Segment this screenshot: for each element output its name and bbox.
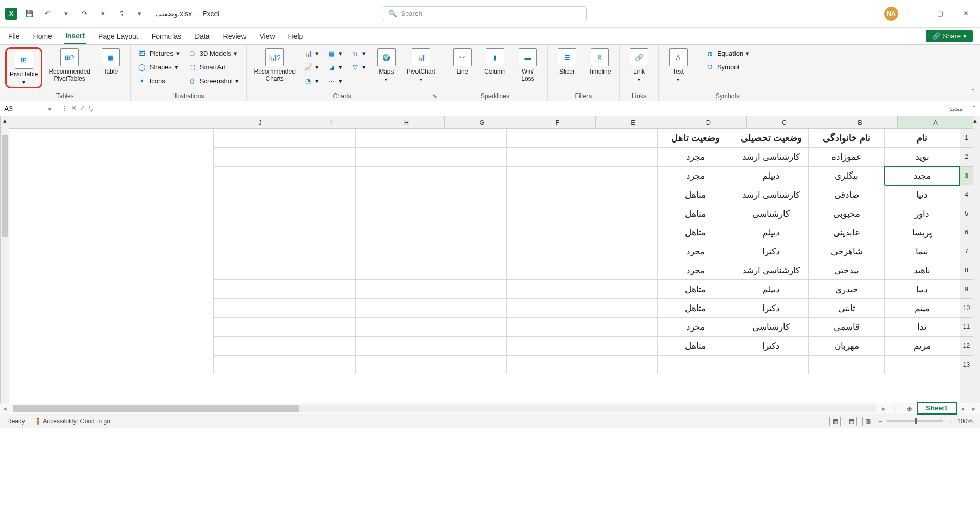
search-input[interactable]: 🔍 Search <box>383 6 587 21</box>
cell-C11[interactable]: کارشناسی <box>733 318 808 337</box>
cell-G9[interactable] <box>431 280 506 299</box>
cell-C3[interactable]: دیپلم <box>733 167 808 185</box>
cell-F11[interactable] <box>506 318 582 337</box>
cell-C1[interactable]: وضعیت تحصیلی <box>733 129 808 148</box>
timeline-button[interactable]: ⧖Timeline <box>585 47 614 76</box>
cell-J4[interactable] <box>213 185 280 204</box>
cell-G7[interactable] <box>431 242 506 261</box>
save-icon[interactable]: 💾 <box>22 7 36 20</box>
undo-icon[interactable]: ↶ <box>41 7 54 20</box>
cell-C6[interactable]: دیپلم <box>733 223 808 242</box>
cell-H7[interactable] <box>355 242 431 261</box>
cell-H3[interactable] <box>355 167 431 185</box>
cell-B4[interactable]: صادقی <box>808 185 884 204</box>
namebox-dropdown-icon[interactable]: ⋮ <box>61 104 68 113</box>
charts-dialog-launcher[interactable]: ⬊ <box>432 92 437 100</box>
cell-D12[interactable]: متاهل <box>657 337 733 356</box>
cell-C12[interactable]: دکترا <box>733 337 808 356</box>
cell-H12[interactable] <box>355 337 431 356</box>
cell-C13[interactable] <box>733 356 808 374</box>
cell-G6[interactable] <box>431 223 506 242</box>
cell-H5[interactable] <box>355 204 431 223</box>
qat-customize-icon[interactable]: ▾ <box>133 7 146 20</box>
table-button[interactable]: ▦ Table <box>96 47 125 76</box>
tab-formulas[interactable]: Formulas <box>151 29 182 43</box>
col-header-B[interactable]: B <box>822 116 897 128</box>
tab-view[interactable]: View <box>259 29 276 43</box>
cell-E2[interactable] <box>582 148 657 167</box>
cell-C9[interactable]: دیپلم <box>733 280 808 299</box>
normal-view-button[interactable]: ▦ <box>829 417 841 426</box>
cell-G11[interactable] <box>431 318 506 337</box>
zoom-slider[interactable] <box>887 420 943 422</box>
cell-A9[interactable]: دیبا <box>884 280 960 299</box>
col-header-I[interactable]: I <box>293 116 369 128</box>
cell-H4[interactable] <box>355 185 431 204</box>
close-button[interactable]: ✕ <box>957 5 975 23</box>
redo-icon[interactable]: ↷ <box>78 7 91 20</box>
cell-D10[interactable]: متاهل <box>657 299 733 318</box>
cell-J9[interactable] <box>213 280 280 299</box>
pivotchart-button[interactable]: 📊 PivotChart ▾ <box>405 47 437 83</box>
scroll-left-button[interactable]: ◂ <box>0 405 10 412</box>
maps-button[interactable]: 🌍 Maps ▾ <box>372 47 401 83</box>
cell-E6[interactable] <box>582 223 657 242</box>
col-header-J[interactable]: J <box>227 116 293 128</box>
cell-E8[interactable] <box>582 261 657 280</box>
tab-review[interactable]: Review <box>222 29 248 43</box>
scroll-right-button[interactable]: ▸ <box>879 405 889 412</box>
cell-D5[interactable]: متاهل <box>657 204 733 223</box>
cell-D1[interactable]: وضعیت تاهل <box>657 129 733 148</box>
row-header[interactable]: 3 <box>960 167 973 185</box>
tab-page-layout[interactable]: Page Layout <box>97 29 139 43</box>
cell-D3[interactable]: مجرد <box>657 167 733 185</box>
smartart-button[interactable]: ⬚SmartArt <box>186 61 241 73</box>
cell-J12[interactable] <box>213 337 280 356</box>
cell-I3[interactable] <box>280 167 355 185</box>
undo-dropdown-icon[interactable]: ▾ <box>59 7 72 20</box>
pie-chart-button[interactable]: ◔▾ <box>302 75 321 87</box>
sheet-nav-left[interactable]: ◂ <box>957 405 968 412</box>
slicer-button[interactable]: ☰Slicer <box>553 47 581 76</box>
minimize-button[interactable]: — <box>905 5 924 23</box>
cell-A8[interactable]: ناهید <box>884 261 960 280</box>
cell-I6[interactable] <box>280 223 355 242</box>
cell-I10[interactable] <box>280 299 355 318</box>
tab-data[interactable]: Data <box>193 29 211 43</box>
cell-G12[interactable] <box>431 337 506 356</box>
cell-H6[interactable] <box>355 223 431 242</box>
cell-J7[interactable] <box>213 242 280 261</box>
col-header-A[interactable]: A <box>897 116 973 128</box>
cell-D7[interactable]: مجرد <box>657 242 733 261</box>
page-layout-view-button[interactable]: ▤ <box>846 417 857 426</box>
cell-F12[interactable] <box>506 337 582 356</box>
vertical-scrollbar[interactable]: ▴ <box>0 116 9 403</box>
cell-E9[interactable] <box>582 280 657 299</box>
cell-B3[interactable]: بیگلری <box>808 167 884 185</box>
line-chart-button[interactable]: 📈▾ <box>302 61 321 73</box>
symbol-button[interactable]: ΩSymbol <box>703 61 751 73</box>
area-chart-button[interactable]: ◢▾ <box>325 61 345 73</box>
cell-G8[interactable] <box>431 261 506 280</box>
cell-A5[interactable]: داور <box>884 204 960 223</box>
cell-H11[interactable] <box>355 318 431 337</box>
cell-A10[interactable]: میثم <box>884 299 960 318</box>
cell-J3[interactable] <box>213 167 280 185</box>
cell-C5[interactable]: کارشناسی <box>733 204 808 223</box>
cell-H2[interactable] <box>355 148 431 167</box>
row-header[interactable]: 13 <box>960 356 973 374</box>
tab-help[interactable]: Help <box>287 29 304 43</box>
bar-chart-button[interactable]: ▤▾ <box>325 47 345 59</box>
name-box[interactable]: A3▾ <box>0 105 56 113</box>
row-header[interactable]: 1 <box>960 129 973 148</box>
screenshot-button[interactable]: ⎙Screenshot ▾ <box>186 75 241 87</box>
cell-E13[interactable] <box>582 356 657 374</box>
cell-D8[interactable]: مجرد <box>657 261 733 280</box>
sparkline-winloss-button[interactable]: ▬Win/ Loss <box>513 47 542 84</box>
cell-F10[interactable] <box>506 299 582 318</box>
cell-H8[interactable] <box>355 261 431 280</box>
cell-I4[interactable] <box>280 185 355 204</box>
cell-A2[interactable]: نوید <box>884 148 960 167</box>
cell-E4[interactable] <box>582 185 657 204</box>
row-header[interactable]: 2 <box>960 148 973 167</box>
